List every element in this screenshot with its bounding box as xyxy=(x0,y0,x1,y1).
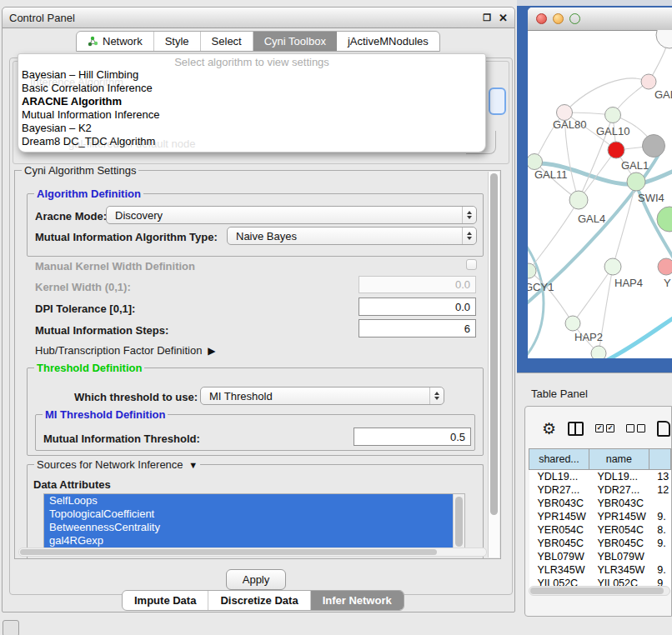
minimize-traffic-light[interactable] xyxy=(553,13,564,24)
network-node[interactable] xyxy=(657,207,672,232)
float-window-icon[interactable]: ❐ xyxy=(483,13,491,22)
table-cell[interactable]: YPR145W xyxy=(589,510,649,523)
table-row[interactable]: YDL19...YDL19...13 xyxy=(529,470,671,484)
kernel-width-field[interactable] xyxy=(359,276,476,293)
table-cell[interactable]: YBL079W xyxy=(529,550,589,563)
network-node[interactable] xyxy=(627,172,645,191)
algorithm-option-selected[interactable]: ARACNE Algorithm xyxy=(18,95,485,108)
sources-toggle[interactable]: Sources for Network Inference ▼ xyxy=(34,458,200,471)
attributes-scrollbar[interactable] xyxy=(453,494,464,553)
table-cell[interactable]: YPR145W xyxy=(529,510,589,523)
algorithm-option[interactable]: Basic Correlation Inference xyxy=(18,82,485,95)
table-cell[interactable]: YDL19... xyxy=(589,470,649,484)
control-panel-titlebar[interactable]: Control Panel ❐ ✕ xyxy=(3,8,514,28)
apply-button[interactable]: Apply xyxy=(226,569,286,590)
network-node[interactable] xyxy=(608,142,624,158)
table-cell[interactable] xyxy=(649,497,670,510)
network-node[interactable] xyxy=(591,346,606,358)
table-cell[interactable]: 9. xyxy=(649,563,670,577)
attribute-item[interactable]: gal4RGexp xyxy=(44,534,464,548)
network-node[interactable] xyxy=(569,191,588,209)
table-cell[interactable]: YBL079W xyxy=(589,550,649,563)
table-cell[interactable]: YDR27... xyxy=(529,483,589,497)
close-window-icon[interactable]: ✕ xyxy=(499,12,508,23)
table-cell[interactable]: 9. xyxy=(649,510,670,523)
column-header-name[interactable]: name xyxy=(589,449,649,470)
network-graph[interactable]: GALGAL80GAL10GAL1GAL11SWI4GAL4GCY1HAP4YH… xyxy=(528,30,672,358)
network-node[interactable] xyxy=(641,74,656,89)
table-row[interactable]: YLR345WYLR345W9. xyxy=(529,563,671,577)
table-cell[interactable]: 12 xyxy=(649,483,670,497)
table-row[interactable]: YPR145WYPR145W9. xyxy=(529,510,671,523)
attribute-item[interactable]: BetweennessCentrality xyxy=(44,521,464,534)
table-cell[interactable]: YDR27... xyxy=(589,483,649,497)
table-row[interactable]: YDR27...YDR27...12 xyxy=(529,483,671,497)
table-cell[interactable]: 13 xyxy=(649,470,670,484)
tab-impute-data[interactable]: Impute Data xyxy=(123,591,208,610)
network-node[interactable] xyxy=(656,30,672,48)
network-node[interactable] xyxy=(658,258,672,275)
table-cell[interactable] xyxy=(649,550,670,563)
table-cell[interactable]: YBR045C xyxy=(529,537,589,550)
table-cell[interactable]: 8. xyxy=(649,523,670,537)
attribute-item[interactable]: SelfLoops xyxy=(44,494,464,508)
table-horizontal-scrollbar[interactable] xyxy=(529,586,670,596)
mi-threshold-field[interactable] xyxy=(354,428,471,446)
tab-network[interactable]: Network xyxy=(77,32,154,51)
table-cell[interactable]: YER054C xyxy=(589,523,649,537)
zoom-traffic-light[interactable] xyxy=(569,13,580,24)
aracne-mode-select[interactable]: Discovery xyxy=(106,206,477,224)
tab-infer-network[interactable]: Infer Network xyxy=(311,591,404,610)
mi-steps-field[interactable] xyxy=(359,319,476,338)
network-node[interactable] xyxy=(565,316,580,331)
table-row[interactable]: YBR043CYBR043C xyxy=(529,497,671,510)
network-node[interactable] xyxy=(605,108,621,123)
algorithm-option[interactable]: Mutual Information Inference xyxy=(18,108,485,122)
network-window-titlebar[interactable] xyxy=(528,8,672,31)
tab-cyni-toolbox[interactable]: Cyni Toolbox xyxy=(253,32,337,51)
tab-style[interactable]: Style xyxy=(154,32,201,51)
network-node[interactable] xyxy=(604,258,621,275)
hub-definition-toggle[interactable]: Hub/Transcription Factor Definition ▶ xyxy=(35,344,216,357)
tab-jactivemnodules[interactable]: jActiveMNodules xyxy=(337,32,439,51)
table-cell[interactable]: YLR345W xyxy=(589,563,649,577)
table-cell[interactable]: YDL19... xyxy=(529,470,589,484)
column-header-partial[interactable] xyxy=(649,449,670,470)
dpi-tolerance-field[interactable] xyxy=(359,298,476,316)
attribute-item[interactable]: TopologicalCoefficient xyxy=(44,508,464,521)
network-node[interactable] xyxy=(528,154,543,170)
select-all-checkboxes-icon[interactable]: ✓ ✓ xyxy=(595,424,614,432)
scrollbar-thumb[interactable] xyxy=(455,497,463,547)
table-row[interactable]: YBR045CYBR045C9. xyxy=(529,537,671,550)
scrollbar-thumb[interactable] xyxy=(20,549,437,555)
algorithm-option[interactable]: Bayesian – Hill Climbing xyxy=(18,68,485,82)
network-node-label: Y xyxy=(664,277,671,289)
table-row[interactable]: YBL079WYBL079W xyxy=(529,550,671,563)
table-cell[interactable]: YBR043C xyxy=(529,497,589,510)
tab-select[interactable]: Select xyxy=(201,32,253,51)
gear-icon[interactable]: ⚙ xyxy=(542,421,556,437)
close-traffic-light[interactable] xyxy=(536,13,547,24)
table-cell[interactable]: YBR045C xyxy=(589,537,649,550)
table-cell[interactable]: YBR043C xyxy=(589,497,649,510)
scrollbar-thumb[interactable] xyxy=(490,173,498,515)
manual-kernel-checkbox[interactable] xyxy=(466,259,477,270)
table-cell[interactable]: YLR345W xyxy=(529,563,589,577)
columns-icon[interactable] xyxy=(568,422,584,436)
table-row[interactable]: YER054CYER054C8. xyxy=(529,523,671,537)
settings-horizontal-scrollbar[interactable] xyxy=(18,548,487,557)
deselect-all-checkboxes-icon[interactable] xyxy=(626,424,645,432)
table-cell[interactable]: YER054C xyxy=(529,523,589,537)
algorithm-option[interactable]: Dream8 DC_TDC Algorithm xyxy=(18,135,485,148)
network-node[interactable] xyxy=(643,135,665,158)
settings-vertical-scrollbar[interactable] xyxy=(488,172,499,558)
mi-algorithm-type-select[interactable]: Naive Bayes xyxy=(227,227,477,245)
algorithm-option[interactable]: Bayesian – K2 xyxy=(18,122,485,135)
column-header-shared-name[interactable]: shared... xyxy=(529,449,589,470)
scrollbar-thumb[interactable] xyxy=(530,588,664,594)
table-cell[interactable]: 9. xyxy=(649,537,670,550)
new-table-icon[interactable] xyxy=(657,421,670,437)
which-threshold-label: Which threshold to use: xyxy=(74,391,198,403)
which-threshold-select[interactable]: MI Threshold xyxy=(200,387,444,405)
tab-discretize-data[interactable]: Discretize Data xyxy=(208,591,310,610)
